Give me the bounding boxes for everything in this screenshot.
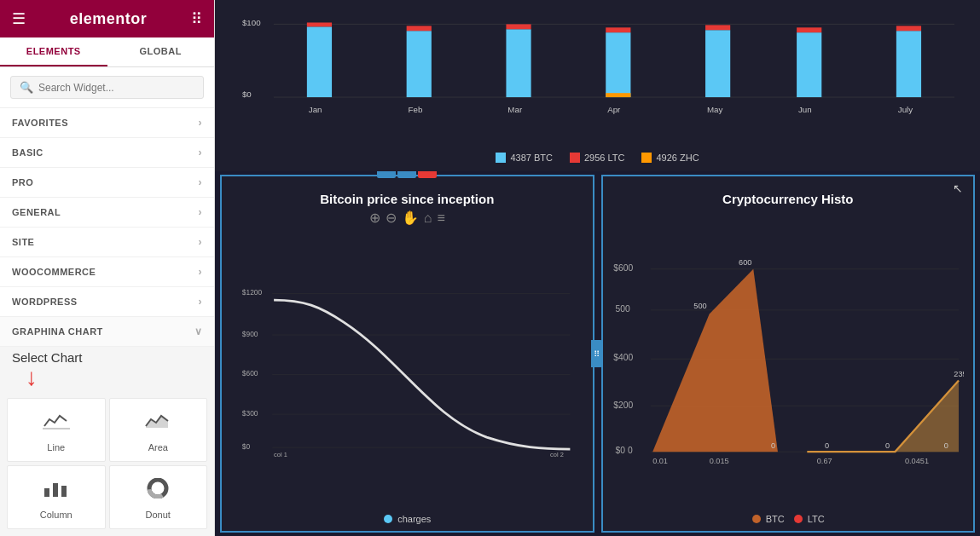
left-chart-legend: charges — [383, 509, 431, 531]
widget-column-label: Column — [40, 510, 72, 520]
section-favorites[interactable]: FAVORITES › — [0, 108, 214, 138]
svg-point-72 — [752, 515, 761, 523]
home-btn[interactable]: ⌂ — [424, 210, 432, 226]
legend-charges-label: charges — [397, 514, 431, 524]
search-input-wrap: 🔍 — [10, 76, 204, 99]
zoom-in-btn[interactable]: ⊕ — [369, 210, 380, 226]
svg-text:$0: $0 — [242, 442, 251, 451]
svg-text:0: 0 — [825, 441, 829, 450]
svg-text:0.67: 0.67 — [817, 457, 832, 465]
widgets-grid: Line Area C — [0, 391, 214, 536]
left-panel: ☰ elementor ⠿ ELEMENTS GLOBAL 🔍 FAVORITE… — [0, 0, 215, 536]
hamburger-icon[interactable]: ☰ — [12, 9, 26, 28]
svg-text:235: 235 — [954, 370, 964, 378]
svg-rect-4 — [61, 486, 67, 497]
left-chart-panel: + ⠿ ✕ ⠿ Bitcoin price since inception ⊕ … — [220, 175, 594, 533]
svg-rect-17 — [606, 32, 630, 97]
svg-text:$0: $0 — [242, 89, 252, 99]
svg-text:0.0451: 0.0451 — [905, 457, 929, 465]
legend-ltc-right: LTC — [793, 514, 825, 524]
svg-point-48 — [384, 515, 392, 523]
svg-text:Feb: Feb — [409, 105, 423, 114]
section-general[interactable]: GENERAL › — [0, 198, 214, 228]
svg-rect-13 — [407, 31, 432, 97]
resize-handle[interactable]: ⠿ — [591, 340, 603, 367]
section-list: FAVORITES › BASIC › PRO › GENERAL › SITE… — [0, 108, 214, 536]
svg-text:0: 0 — [771, 441, 775, 450]
right-chart-title: Cryptocurrency Histo — [722, 192, 853, 206]
section-wordpress-label: WORDPRESS — [12, 297, 78, 307]
svg-text:$300: $300 — [242, 409, 258, 418]
svg-rect-34 — [570, 153, 580, 163]
menu-btn[interactable]: ≡ — [437, 210, 444, 226]
svg-text:$400: $400 — [614, 354, 634, 363]
elementor-logo: elementor — [70, 10, 148, 28]
svg-text:July: July — [898, 105, 913, 114]
chevron-down-icon: ∨ — [194, 326, 203, 337]
column-chart-icon — [43, 478, 70, 504]
svg-text:0.015: 0.015 — [710, 457, 729, 465]
toolbar-add-btn[interactable]: + — [377, 171, 396, 178]
svg-rect-24 — [896, 31, 921, 97]
legend-charges: charges — [383, 514, 431, 524]
grid-icon[interactable]: ⠿ — [191, 9, 202, 28]
cursor-icon: ↖ — [953, 182, 963, 195]
svg-text:May: May — [707, 105, 723, 114]
search-area: 🔍 — [0, 67, 214, 108]
svg-text:$1200: $1200 — [242, 288, 263, 297]
svg-rect-20 — [705, 30, 730, 97]
widget-donut[interactable]: Donut — [109, 465, 208, 529]
select-chart-annotation: Select Chart — [12, 350, 83, 365]
section-graphina-chart[interactable]: GRAPHINA CHART ∨ — [0, 317, 214, 347]
svg-text:0: 0 — [944, 441, 948, 450]
svg-rect-33 — [496, 153, 506, 163]
svg-text:$100: $100 — [242, 18, 261, 27]
search-input[interactable] — [38, 82, 194, 94]
widget-area[interactable]: Area — [109, 398, 208, 462]
tab-global[interactable]: GLOBAL — [107, 37, 215, 66]
toolbar-grid-btn[interactable]: ⠿ — [397, 171, 416, 178]
widget-line[interactable]: Line — [7, 398, 106, 462]
zoom-out-btn[interactable]: ⊖ — [386, 210, 397, 226]
chevron-icon: › — [199, 206, 203, 218]
svg-rect-22 — [797, 32, 821, 97]
toolbar-close-btn[interactable]: ✕ — [418, 171, 437, 178]
section-general-label: GENERAL — [12, 207, 61, 217]
chart-controls: ⊕ ⊖ ✋ ⌂ ≡ — [369, 210, 445, 226]
section-site[interactable]: SITE › — [0, 228, 214, 257]
svg-text:col 1: col 1 — [274, 451, 287, 458]
svg-text:$200: $200 — [614, 401, 634, 410]
legend-ltc: 2956 LTC — [570, 153, 625, 163]
pan-btn[interactable]: ✋ — [402, 210, 419, 226]
svg-point-73 — [794, 515, 803, 523]
tab-elements[interactable]: ELEMENTS — [0, 37, 107, 66]
legend-ltc-right-label: LTC — [808, 514, 825, 524]
bar-chart-area: $100 $0 — [241, 9, 954, 149]
legend-btc-right: BTC — [751, 514, 785, 524]
section-pro-label: PRO — [12, 177, 33, 187]
section-wordpress[interactable]: WORDPRESS › — [0, 287, 214, 317]
legend-ltc-label: 2956 LTC — [584, 153, 625, 163]
section-pro[interactable]: PRO › — [0, 168, 214, 198]
chevron-icon: › — [199, 296, 203, 308]
svg-text:$900: $900 — [242, 330, 258, 338]
handle-icon: ⠿ — [594, 349, 600, 359]
legend-btc-right-label: BTC — [766, 514, 785, 524]
down-arrow-icon: ↓ — [12, 366, 202, 391]
section-woocommerce-label: WOOCOMMERCE — [12, 267, 96, 277]
section-basic[interactable]: BASIC › — [0, 138, 214, 168]
svg-rect-21 — [705, 25, 730, 30]
widget-line-label: Line — [47, 442, 65, 452]
svg-rect-3 — [53, 483, 58, 497]
widget-column[interactable]: Column — [7, 465, 106, 529]
section-woocommerce[interactable]: WOOCOMMERCE › — [0, 257, 214, 287]
left-chart-title: Bitcoin price since inception — [320, 192, 494, 206]
widget-donut-label: Donut — [146, 510, 171, 520]
panel-header: ☰ elementor ⠿ — [0, 0, 214, 37]
panel-tabs: ELEMENTS GLOBAL — [0, 37, 214, 67]
donut-chart-icon — [144, 478, 171, 504]
section-basic-label: BASIC — [12, 147, 43, 158]
chart-legend: 4387 BTC 2956 LTC 4926 ZHC — [241, 153, 954, 163]
svg-text:$0 0: $0 0 — [616, 446, 633, 455]
svg-text:Jan: Jan — [309, 105, 322, 114]
